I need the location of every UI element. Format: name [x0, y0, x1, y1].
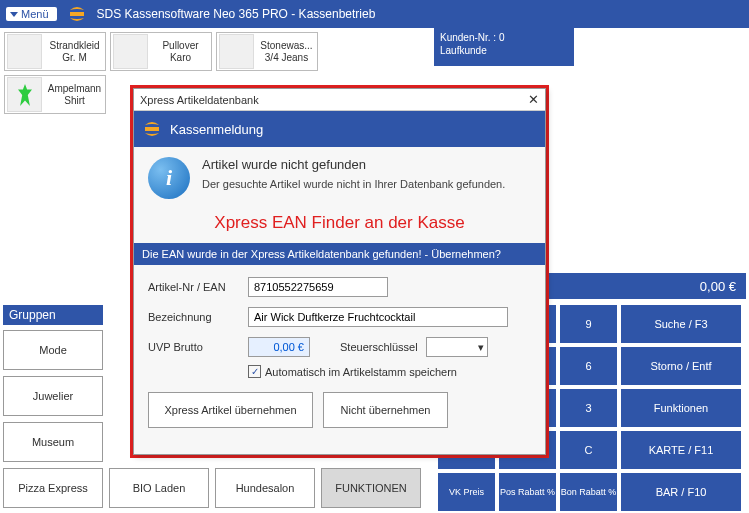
- close-icon[interactable]: ✕: [528, 92, 539, 107]
- bar-btn[interactable]: BAR / F10: [621, 473, 741, 511]
- keypad-6[interactable]: 6: [560, 347, 617, 385]
- article-label: StrandkleidGr. M: [46, 40, 103, 64]
- input-bezeichnung[interactable]: [248, 307, 508, 327]
- app-logo-icon: [67, 4, 87, 24]
- group-btn[interactable]: BIO Laden: [109, 468, 209, 508]
- chevron-down-icon: [10, 12, 18, 17]
- label-uvp: UVP Brutto: [148, 341, 248, 353]
- functions-btn[interactable]: FUNKTIONEN: [321, 468, 421, 508]
- svg-rect-1: [145, 127, 159, 131]
- vk-preis-btn[interactable]: VK Preis: [438, 473, 495, 511]
- dialog-header-title: Kassenmeldung: [170, 122, 263, 137]
- groups-header: Gruppen: [3, 305, 103, 325]
- dialog-body: i Artikel wurde nicht gefunden Der gesuc…: [134, 147, 545, 438]
- label-bezeichnung: Bezeichnung: [148, 311, 248, 323]
- group-btn[interactable]: Mode: [3, 330, 103, 370]
- dialog-header: Kassenmeldung: [134, 111, 545, 147]
- btn-take-article[interactable]: Xpress Artikel übernehmen: [148, 392, 313, 428]
- funktionen-btn[interactable]: Funktionen: [621, 389, 741, 427]
- dialog-window-title: Xpress Artikeldatenbank: [140, 94, 259, 106]
- notfound-subtitle: Der gesuchte Artikel wurde nicht in Ihre…: [202, 178, 505, 190]
- groups-list: Mode Juwelier Museum: [3, 330, 103, 468]
- storno-btn[interactable]: Storno / Entf: [621, 347, 741, 385]
- article-thumb-icon: [7, 77, 42, 112]
- input-artikelnr[interactable]: [248, 277, 388, 297]
- menu-label: Menü: [21, 8, 49, 20]
- bottom-group-row: Pizza Express BIO Laden Hundesalon FUNKT…: [3, 468, 421, 508]
- app-logo-icon: [142, 119, 162, 139]
- article-label: Stonewas...3/4 Jeans: [258, 40, 315, 64]
- pos-rabatt-btn[interactable]: Pos Rabatt %: [499, 473, 556, 511]
- checkbox-label: Automatisch im Artikelstamm speichern: [265, 366, 457, 378]
- form: Artikel-Nr / EAN Bezeichnung UVP Brutto …: [148, 265, 531, 428]
- article-row-1: StrandkleidGr. M PulloverKaro Stonewas..…: [0, 28, 749, 75]
- title-bar: Menü SDS Kassensoftware Neo 365 PRO - Ka…: [0, 0, 749, 28]
- menu-button[interactable]: Menü: [6, 7, 57, 21]
- article-thumb-icon: [113, 34, 148, 69]
- article-btn[interactable]: AmpelmannShirt: [4, 75, 106, 114]
- label-artikelnr: Artikel-Nr / EAN: [148, 281, 248, 293]
- group-btn[interactable]: Juwelier: [3, 376, 103, 416]
- label-tax: Steuerschlüssel: [340, 341, 418, 353]
- payment-amount: 0,00 €: [700, 279, 736, 294]
- select-tax[interactable]: ▾: [426, 337, 488, 357]
- article-btn[interactable]: Stonewas...3/4 Jeans: [216, 32, 318, 71]
- article-btn[interactable]: PulloverKaro: [110, 32, 212, 71]
- article-label: AmpelmannShirt: [46, 83, 103, 107]
- article-label: PulloverKaro: [152, 40, 209, 64]
- input-uvp[interactable]: [248, 337, 310, 357]
- customer-nr-label: Kunden-Nr. :: [440, 32, 496, 43]
- keypad-9[interactable]: 9: [560, 305, 617, 343]
- xpress-dialog: Xpress Artikeldatenbank ✕ Kassenmeldung …: [133, 88, 546, 455]
- keypad-3[interactable]: 3: [560, 389, 617, 427]
- search-btn[interactable]: Suche / F3: [621, 305, 741, 343]
- info-icon: i: [148, 157, 190, 199]
- group-btn[interactable]: Hundesalon: [215, 468, 315, 508]
- annotation-text: Xpress EAN Finder an der Kasse: [148, 213, 531, 233]
- article-btn[interactable]: StrandkleidGr. M: [4, 32, 106, 71]
- customer-name: Laufkunde: [440, 45, 487, 56]
- notfound-title: Artikel wurde nicht gefunden: [202, 157, 505, 172]
- article-thumb-icon: [7, 34, 42, 69]
- ean-found-bar: Die EAN wurde in der Xpress Artikeldaten…: [134, 243, 545, 265]
- karte-btn[interactable]: KARTE / F11: [621, 431, 741, 469]
- dialog-titlebar: Xpress Artikeldatenbank ✕: [134, 89, 545, 111]
- btn-skip[interactable]: Nicht übernehmen: [323, 392, 448, 428]
- app-title: SDS Kassensoftware Neo 365 PRO - Kassenb…: [97, 7, 376, 21]
- group-btn[interactable]: Museum: [3, 422, 103, 462]
- checkbox-autosave[interactable]: ✓: [248, 365, 261, 378]
- customer-info: Kunden-Nr. : 0 Laufkunde: [434, 28, 574, 66]
- keypad-c[interactable]: C: [560, 431, 617, 469]
- svg-rect-0: [70, 12, 84, 16]
- customer-nr: 0: [499, 32, 505, 43]
- bon-rabatt-btn[interactable]: Bon Rabatt %: [560, 473, 617, 511]
- chevron-down-icon: ▾: [478, 341, 484, 354]
- article-thumb-icon: [219, 34, 254, 69]
- group-btn[interactable]: Pizza Express: [3, 468, 103, 508]
